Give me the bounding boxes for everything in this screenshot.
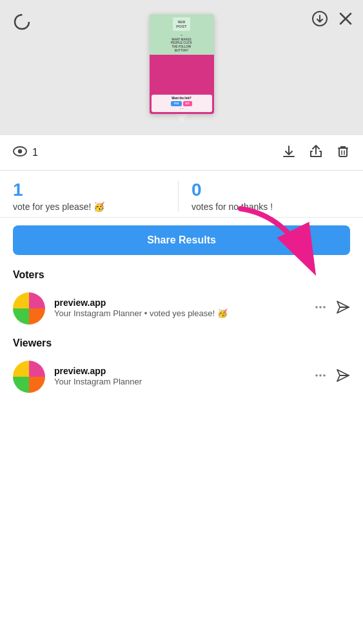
- svg-point-14: [319, 306, 322, 308]
- voter-name: preview.app: [54, 298, 305, 308]
- voter-more-icon[interactable]: [314, 301, 327, 316]
- avatar-quadrant-4: [29, 308, 45, 325]
- top-area: NEW POST ● WHAT MAKESPEOPLE CLICKTHE FOL…: [0, 0, 363, 135]
- views-count: 1: [13, 146, 282, 159]
- circle-ring-icon[interactable]: [13, 13, 32, 32]
- viewer-avatar-quadrant-1: [13, 361, 29, 377]
- share-results-button[interactable]: Share Results: [13, 225, 350, 255]
- svg-point-20: [319, 374, 322, 377]
- action-icons: [282, 144, 350, 161]
- viewer-name: preview.app: [54, 366, 305, 376]
- voter-avatar: [13, 292, 45, 325]
- thumbnail-tip: [175, 114, 188, 122]
- eye-icon: [13, 146, 27, 159]
- svg-rect-10: [339, 148, 347, 156]
- viewer-avatar-quadrant-4: [29, 377, 45, 393]
- avatar-quadrant-1: [13, 292, 29, 308]
- voters-section-header: Voters: [0, 263, 363, 286]
- no-count: 0: [191, 181, 202, 199]
- viewer-actions: [314, 368, 350, 385]
- viewer-send-icon[interactable]: [336, 368, 350, 385]
- viewer-avatar: [13, 361, 45, 393]
- svg-point-6: [18, 149, 22, 153]
- viewer-sub: Your Instagram Planner: [54, 376, 305, 388]
- voter-info: preview.app Your Instagram Planner • vot…: [54, 298, 305, 319]
- yes-poll-col: 1 vote for yes please! 🥳: [13, 181, 178, 212]
- yes-count: 1: [13, 181, 23, 199]
- voter-actions: [314, 300, 350, 317]
- svg-point-0: [15, 15, 29, 29]
- viewers-section-header: Viewers: [0, 331, 363, 354]
- svg-point-15: [323, 306, 326, 308]
- download-icon[interactable]: [311, 10, 328, 30]
- viewer-more-icon[interactable]: [314, 369, 327, 384]
- close-icon[interactable]: [338, 12, 353, 28]
- svg-point-13: [315, 306, 318, 308]
- no-label: votes for no thanks !: [191, 202, 273, 212]
- download-action[interactable]: [282, 144, 296, 161]
- poll-results: 1 vote for yes please! 🥳 0 votes for no …: [0, 171, 363, 218]
- voter-item: preview.app Your Instagram Planner • vot…: [0, 286, 363, 331]
- share-btn-container: Share Results: [0, 218, 363, 263]
- voter-send-icon[interactable]: [336, 300, 350, 317]
- viewer-item: preview.app Your Instagram Planner: [0, 354, 363, 399]
- viewer-avatar-quadrant-3: [13, 377, 29, 393]
- avatar-quadrant-3: [13, 308, 29, 325]
- share-action[interactable]: [309, 144, 323, 161]
- yes-label: vote for yes please! 🥳: [13, 202, 104, 212]
- avatar-quadrant-2: [29, 292, 45, 308]
- viewer-info: preview.app Your Instagram Planner: [54, 366, 305, 388]
- viewer-avatar-quadrant-2: [29, 361, 45, 377]
- svg-point-21: [323, 374, 326, 377]
- view-count-label: 1: [32, 147, 38, 158]
- post-thumbnail: NEW POST ● WHAT MAKESPEOPLE CLICKTHE FOL…: [150, 14, 214, 122]
- delete-action[interactable]: [336, 144, 350, 161]
- top-right-icons: [311, 10, 353, 30]
- voter-sub: Your Instagram Planner • voted yes pleas…: [54, 308, 305, 319]
- stats-bar: 1: [0, 135, 363, 171]
- svg-point-19: [315, 374, 318, 377]
- no-poll-col: 0 votes for no thanks !: [178, 181, 350, 212]
